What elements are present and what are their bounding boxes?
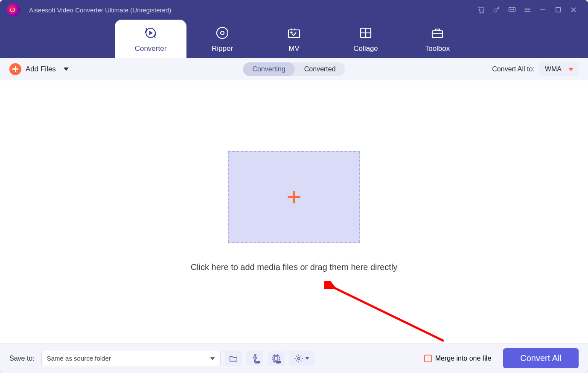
svg-point-5 [510, 9, 511, 10]
dropzone-caption: Click here to add media files or drag th… [191, 262, 398, 272]
key-icon[interactable] [489, 3, 504, 17]
feedback-icon[interactable] [504, 3, 520, 17]
svg-point-0 [10, 8, 15, 12]
merge-checkbox[interactable]: Merge into one file [424, 355, 492, 362]
svg-rect-18 [273, 355, 279, 361]
footer: Save to: Same as source folder OFF OFF M… [0, 343, 588, 373]
converted-tab[interactable]: Converted [295, 62, 345, 76]
toolbar: Add Files Converting Converted Convert A… [0, 58, 588, 80]
tab-toolbox[interactable]: Toolbox [402, 20, 473, 58]
svg-point-2 [483, 12, 484, 13]
tab-mv[interactable]: MV [258, 20, 330, 58]
close-button[interactable] [566, 3, 581, 17]
settings-button[interactable] [289, 351, 314, 366]
tab-ripper[interactable]: Ripper [186, 20, 258, 58]
convert-all-to: Convert All to: WMA [492, 62, 579, 76]
save-to-label: Save to: [9, 355, 35, 362]
svg-text:OFF: OFF [276, 361, 281, 364]
svg-rect-8 [556, 8, 561, 12]
mv-icon [287, 25, 301, 41]
add-files-button[interactable]: Add Files [9, 63, 69, 75]
svg-point-21 [297, 357, 300, 360]
svg-point-1 [480, 12, 481, 13]
ripper-icon [215, 25, 230, 41]
svg-rect-19 [274, 357, 278, 360]
plus-icon [9, 63, 21, 75]
converting-tab[interactable]: Converting [243, 62, 294, 76]
open-folder-button[interactable] [225, 351, 242, 366]
svg-text:OFF: OFF [255, 361, 260, 364]
minimize-button[interactable] [535, 3, 550, 17]
convert-all-button[interactable]: Convert All [503, 348, 579, 368]
output-format-select[interactable]: WMA [539, 62, 579, 76]
tab-converter[interactable]: Converter [115, 20, 186, 58]
tab-label: Toolbox [425, 44, 450, 53]
tab-label: Ripper [212, 44, 233, 53]
titlebar: Aiseesoft Video Converter Ultimate (Unre… [0, 0, 588, 20]
chevron-down-icon [210, 357, 215, 360]
menu-icon[interactable] [520, 3, 535, 17]
app-logo [7, 3, 20, 16]
convert-all-to-label: Convert All to: [492, 65, 535, 73]
dropzone[interactable]: + [228, 151, 360, 243]
tab-collage[interactable]: Collage [330, 20, 402, 58]
checkbox-icon [424, 355, 432, 362]
collage-icon [358, 25, 373, 41]
tab-label: Collage [353, 44, 378, 53]
cart-icon[interactable] [474, 3, 489, 17]
conversion-status-toggle: Converting Converted [243, 62, 345, 76]
app-window: Aiseesoft Video Converter Ultimate (Unre… [0, 0, 588, 373]
converter-icon [143, 25, 158, 41]
svg-point-13 [291, 32, 292, 33]
toolbox-icon [430, 25, 445, 41]
svg-point-3 [494, 9, 497, 12]
stage: + Click here to add media files or drag … [0, 80, 588, 343]
svg-point-10 [217, 27, 228, 38]
add-plus-icon: + [286, 184, 301, 210]
main-tabstrip: Converter Ripper MV Collage Toolbox [0, 20, 588, 58]
tab-label: Converter [135, 44, 167, 53]
svg-point-6 [512, 9, 512, 10]
svg-rect-12 [288, 30, 300, 38]
high-speed-button[interactable]: OFF [246, 351, 263, 366]
chevron-down-icon [64, 68, 69, 71]
svg-line-16 [333, 287, 444, 341]
svg-point-7 [513, 9, 514, 10]
chevron-down-icon [305, 357, 309, 360]
save-to-value: Same as source folder [47, 355, 111, 362]
app-title: Aiseesoft Video Converter Ultimate (Unre… [29, 6, 171, 14]
save-to-select[interactable]: Same as source folder [41, 351, 221, 366]
maximize-button[interactable] [550, 3, 566, 17]
gpu-accel-button[interactable]: OFF [268, 351, 285, 366]
tab-label: MV [288, 44, 300, 53]
arrow-annotation [324, 281, 452, 350]
add-files-label: Add Files [26, 65, 56, 73]
svg-point-11 [221, 31, 224, 35]
merge-label: Merge into one file [435, 355, 492, 362]
